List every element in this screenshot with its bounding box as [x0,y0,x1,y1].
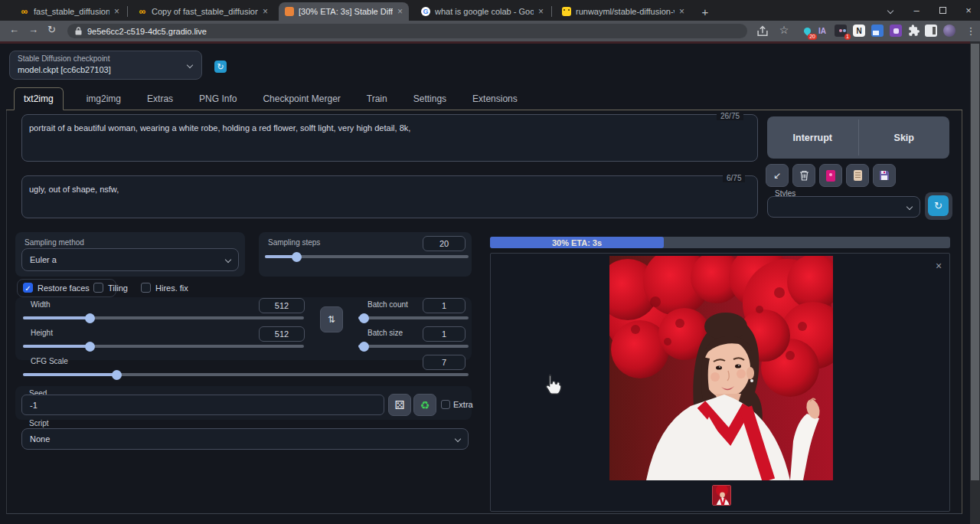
random-seed-button[interactable]: ⚄ [388,394,411,416]
height-input[interactable]: 512 [259,326,305,342]
extension-notion-icon[interactable]: N [853,25,865,37]
save-style-button[interactable] [873,164,896,187]
paste-params-button[interactable]: ↙ [766,164,789,187]
batch-size-slider[interactable] [358,345,469,348]
hires-fix-label: Hires. fix [155,283,188,293]
gallery-close-icon[interactable]: × [936,260,942,272]
address-bar[interactable]: 9e5e6cc2-c519-4dc5.gradio.live [67,24,747,38]
tab-settings[interactable]: Settings [410,88,449,110]
tab-title: what is google colab - Googl [435,7,534,16]
batch-size-input[interactable]: 1 [423,326,466,342]
tab-png-info[interactable]: PNG Info [196,88,240,110]
extensions-puzzle-icon[interactable] [908,25,920,37]
sampling-steps-label: Sampling steps [268,238,320,247]
scrollbar-thumb[interactable] [971,44,979,480]
tiling-checkbox[interactable] [93,283,103,293]
checkpoint-dropdown[interactable]: Stable Diffusion checkpoint model.ckpt [… [9,51,202,80]
sampling-steps-slider[interactable] [265,255,469,258]
colab-icon: ∞ [20,7,29,16]
extension-pin-icon[interactable]: 20 [801,25,813,37]
tab-img2img[interactable]: img2img [83,88,124,110]
sampling-method-label: Sampling method [24,238,84,247]
tab-checkpoint-merger[interactable]: Checkpoint Merger [260,88,343,110]
extra-networks-button[interactable] [819,164,842,187]
interrupt-button[interactable]: Interrupt [767,116,858,159]
gradio-favicon-icon [285,7,294,16]
apply-style-button[interactable] [846,164,869,187]
window-minimize-button[interactable]: – [905,0,928,21]
tab-close-icon[interactable]: × [114,6,119,17]
reload-icon[interactable]: ↻ [47,24,56,35]
share-icon[interactable] [756,25,769,38]
tab-train[interactable]: Train [364,88,390,110]
new-tab-button[interactable]: + [695,2,715,21]
profile-avatar[interactable] [943,25,956,37]
batch-count-input[interactable]: 1 [423,298,466,313]
seed-extra-checkbox[interactable] [441,400,450,409]
extension-faces-icon[interactable]: 1 [835,25,847,37]
browser-tab-4[interactable]: G what is google colab - Googl × [415,2,550,21]
lock-icon [75,27,82,35]
bookmark-star-icon[interactable]: ☆ [778,24,790,36]
tab-close-icon[interactable]: × [538,6,544,17]
window-maximize-button[interactable] [931,0,954,21]
clipboard-icon [854,170,862,181]
floppy-disk-icon [879,170,890,181]
sampling-method-dropdown[interactable]: Euler a [21,248,239,271]
browser-tab-1[interactable]: ∞ fast_stable_diffusion_AUTOMA × [14,2,126,21]
browser-tab-2[interactable]: ∞ Copy of fast_stable_diffusion_ × [132,2,274,21]
cfg-scale-slider[interactable] [23,373,469,376]
colab-icon: ∞ [138,7,147,16]
main-tab-bar: txt2img img2img Extras PNG Info Checkpoi… [6,87,962,110]
cfg-scale-input[interactable]: 7 [423,355,466,370]
styles-dropdown[interactable] [767,196,920,218]
extension-capture-icon[interactable] [871,25,884,37]
tab-extensions[interactable]: Extensions [469,88,521,110]
width-input[interactable]: 512 [259,298,305,313]
generated-image[interactable] [609,256,833,480]
sampling-steps-input[interactable]: 20 [423,236,466,251]
width-slider[interactable] [23,316,304,319]
script-value: None [30,434,50,444]
negative-token-counter: 6/75 [723,174,745,182]
forward-icon[interactable]: → [28,24,38,35]
styles-refresh-button[interactable]: ↻ [928,195,949,216]
sidebar-toggle-icon[interactable] [925,25,937,37]
restore-faces-checkbox[interactable]: ✓ [23,283,33,293]
tab-close-icon[interactable]: × [397,6,403,17]
checkpoint-value: model.ckpt [cc6cb27103] [18,65,111,74]
sampling-method-value: Euler a [30,255,57,264]
batch-count-slider[interactable] [358,316,469,319]
tab-title: fast_stable_diffusion_AUTOMA [34,7,109,16]
back-icon[interactable]: ← [9,24,19,35]
browser-tab-active[interactable]: [30% ETA: 3s] Stable Diffusion × [279,2,409,21]
seed-input[interactable]: -1 [21,395,384,415]
checkpoint-refresh-button[interactable]: ↻ [214,61,227,73]
extension-office-icon[interactable] [890,25,902,37]
prompt-input[interactable]: portrait of a beautiful woman, wearing a… [21,114,758,162]
tab-divider [127,6,128,17]
hires-fix-checkbox[interactable] [141,283,151,293]
extension-badge: 1 [844,34,851,40]
browser-tab-5[interactable]: runwayml/stable-diffusion-v1 × [556,2,691,21]
extension-ia-icon[interactable]: IA [816,25,828,37]
browser-menu-icon[interactable]: ⋮ [965,25,977,37]
tab-close-icon[interactable]: × [263,6,268,17]
clear-prompt-button[interactable] [792,164,815,187]
flower-card-icon [826,170,835,182]
tab-extras[interactable]: Extras [144,88,176,110]
skip-button[interactable]: Skip [859,116,950,159]
negative-prompt-input[interactable]: ugly, out of shape, nsfw, [21,175,758,218]
window-chevron-icon[interactable] [879,0,902,21]
swap-dimensions-button[interactable]: ⇅ [320,306,343,332]
batch-count-label: Batch count [368,300,408,309]
width-label: Width [31,300,51,309]
checkpoint-label: Stable Diffusion checkpoint [18,54,109,63]
gallery-thumbnail[interactable] [712,485,731,506]
height-slider[interactable] [23,345,304,348]
reuse-seed-button[interactable]: ♻ [413,394,436,416]
window-close-button[interactable]: × [957,0,980,21]
tab-txt2img[interactable]: txt2img [14,87,64,110]
tab-close-icon[interactable]: × [679,6,684,17]
script-dropdown[interactable]: None [21,428,469,450]
